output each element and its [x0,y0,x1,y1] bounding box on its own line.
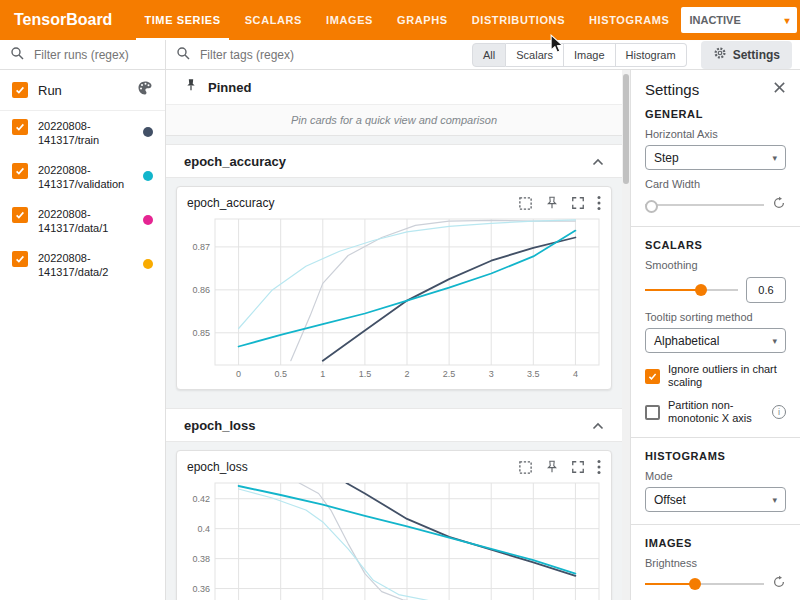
fullscreen-icon[interactable] [571,196,585,210]
more-vert-icon[interactable] [597,459,601,475]
run-name: 20220808-141317/train [38,119,133,147]
run-checkbox[interactable] [12,163,28,179]
chevron-down-icon: ▾ [772,336,777,346]
run-item-validation[interactable]: 20220808-141317/validation [0,155,165,199]
filter-chip-scalars[interactable]: Scalars [506,43,564,67]
chevron-down-icon: ▾ [772,153,777,163]
card-width-label: Card Width [645,178,786,190]
smoothing-label: Smoothing [645,259,786,271]
tab-graphs[interactable]: GRAPHS [385,0,460,40]
tag-filter-input[interactable] [198,47,472,63]
run-select-all-checkbox[interactable] [12,82,28,98]
filter-chip-all[interactable]: All [472,43,506,67]
pin-icon[interactable] [545,196,559,210]
chevron-down-icon: ▾ [784,15,789,26]
tag-filter [176,46,472,64]
run-color-dot [143,215,153,225]
tooltip-sorting-label: Tooltip sorting method [645,311,786,323]
run-filter-input[interactable] [32,47,155,63]
card-width-slider[interactable] [645,198,764,212]
svg-text:0.4: 0.4 [197,524,210,534]
card-title: epoch_accuracy [187,196,518,210]
run-item-train[interactable]: 20220808-141317/train [0,111,165,155]
gear-icon [713,46,727,63]
reset-icon[interactable] [772,196,786,214]
ignore-outliers-row: Ignore outliers in chart scaling [645,363,786,389]
info-icon[interactable]: i [772,405,786,419]
run-list-header: Run [0,70,165,111]
histograms-section-label: HISTOGRAMS [645,450,786,462]
tab-images[interactable]: IMAGES [314,0,385,40]
svg-text:0.86: 0.86 [192,285,210,295]
settings-title: Settings [645,81,699,98]
partition-x-row: Partition non-monotonic X axis i [645,399,786,425]
status-dropdown[interactable]: INACTIVE ▾ [681,7,797,33]
tab-distributions[interactable]: DISTRIBUTIONS [460,0,577,40]
epoch-loss-chart[interactable]: 00.511.522.533.540.360.380.40.42 [181,477,607,600]
partition-x-label: Partition non-monotonic X axis [668,399,764,425]
svg-text:3: 3 [489,369,494,379]
epoch-accuracy-chart[interactable]: 00.511.522.533.540.850.860.87 [181,213,607,383]
tab-scalars[interactable]: SCALARS [233,0,314,40]
fullscreen-icon[interactable] [571,460,585,474]
run-filter [0,40,165,70]
pinned-empty-hint: Pin cards for a quick view and compariso… [166,105,622,136]
settings-button[interactable]: Settings [701,41,792,69]
svg-text:4: 4 [573,369,578,379]
horizontal-axis-label: Horizontal Axis [645,128,786,140]
main-nav: TIME SERIES SCALARS IMAGES GRAPHS DISTRI… [132,0,681,40]
horizontal-axis-select[interactable]: Step ▾ [645,145,786,170]
run-name: 20220808-141317/data/1 [38,207,133,235]
brightness-slider[interactable] [645,577,764,591]
app-title: TensorBoard [0,11,132,29]
tooltip-sorting-select[interactable]: Alphabetical ▾ [645,328,786,353]
pinned-header: Pinned [166,70,622,105]
general-section-label: GENERAL [645,108,786,120]
smoothing-value-input[interactable] [746,277,786,303]
palette-icon[interactable] [137,80,153,100]
more-vert-icon[interactable] [597,195,601,211]
run-item-data-1[interactable]: 20220808-141317/data/1 [0,199,165,243]
epoch-loss-card: epoch_loss [176,450,612,600]
smoothing-slider[interactable] [645,283,738,297]
cards-area: Pinned Pin cards for a quick view and co… [166,70,622,600]
run-checkbox[interactable] [12,251,28,267]
svg-text:0.38: 0.38 [192,554,210,564]
svg-text:3.5: 3.5 [527,369,540,379]
section-epoch-loss[interactable]: epoch_loss [166,408,622,442]
histogram-mode-value: Offset [654,493,686,507]
section-epoch-accuracy[interactable]: epoch_accuracy [166,144,622,178]
run-checkbox[interactable] [12,207,28,223]
run-checkbox[interactable] [12,119,28,135]
scalars-section-label: SCALARS [645,239,786,251]
histogram-mode-select[interactable]: Offset ▾ [645,487,786,512]
partition-x-checkbox[interactable] [645,405,660,420]
chevron-up-icon [592,152,604,170]
tab-time-series[interactable]: TIME SERIES [132,0,232,40]
pin-icon[interactable] [545,460,559,474]
fit-domain-icon[interactable] [518,196,533,211]
runs-sidebar: Run 20220808-141317/train 20220808-14131… [0,40,166,600]
brightness-label: Brightness [645,557,786,569]
run-color-dot [143,171,153,181]
close-icon[interactable] [773,80,786,98]
pinned-label: Pinned [208,80,251,95]
svg-text:2.5: 2.5 [443,369,456,379]
ignore-outliers-checkbox[interactable] [645,369,660,384]
filter-chip-histogram[interactable]: Histogram [616,43,687,67]
filter-chip-image[interactable]: Image [564,43,616,67]
scrollbar-thumb[interactable] [623,74,629,184]
horizontal-axis-value: Step [654,151,679,165]
svg-text:1: 1 [320,369,325,379]
tab-histograms[interactable]: HISTOGRAMS [577,0,681,40]
card-area: epoch_loss [166,442,622,600]
run-item-data-2[interactable]: 20220808-141317/data/2 [0,243,165,287]
run-name: 20220808-141317/data/2 [38,251,133,279]
fit-domain-icon[interactable] [518,460,533,475]
section-title: epoch_accuracy [184,154,286,169]
section-title: epoch_loss [184,418,256,433]
main-scrollbar[interactable] [622,70,630,600]
settings-panel: Settings GENERAL Horizontal Axis Step ▾ … [630,70,800,600]
reset-icon[interactable] [772,575,786,593]
ignore-outliers-label: Ignore outliers in chart scaling [668,363,786,389]
